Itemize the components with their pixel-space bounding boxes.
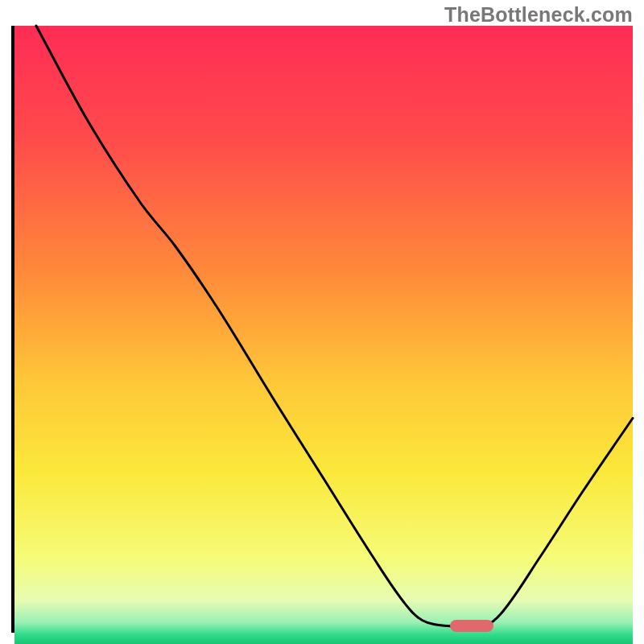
- chart-frame: TheBottleneck.com: [0, 0, 644, 644]
- bottleneck-curve: [14, 26, 633, 630]
- optimal-marker: [450, 620, 493, 632]
- watermark-text: TheBottleneck.com: [444, 3, 633, 27]
- plot-area: [11, 26, 633, 633]
